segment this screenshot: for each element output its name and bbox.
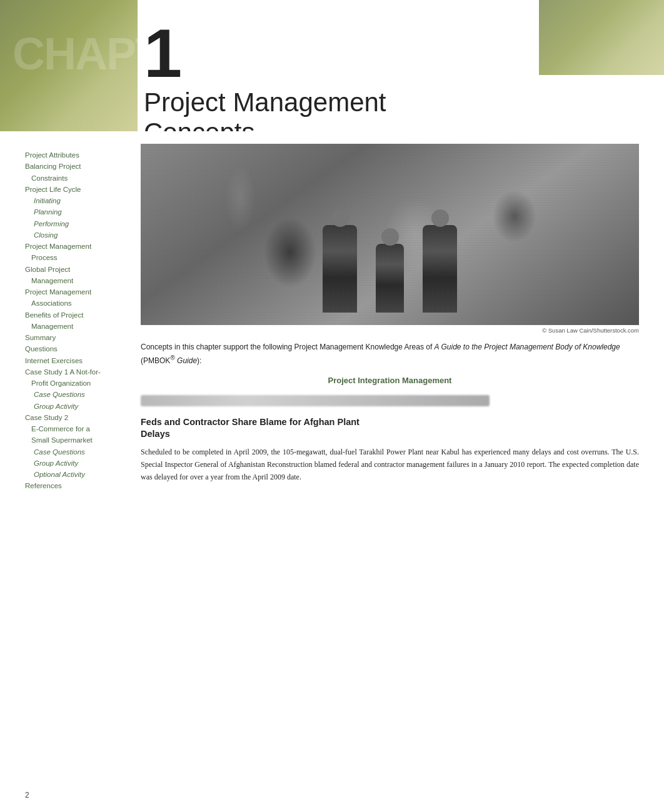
sidebar-item-questions[interactable]: Questions xyxy=(25,344,122,354)
intro-text-part1: Concepts in this chapter support the fol… xyxy=(141,343,435,351)
sidebar-item-initiating[interactable]: Initiating xyxy=(34,196,122,206)
sidebar-item-summary[interactable]: Summary xyxy=(25,333,122,343)
main-content: Project Attributes Balancing Project Con… xyxy=(0,131,664,518)
sidebar-item-closing[interactable]: Closing xyxy=(34,230,122,241)
redacted-content-bar xyxy=(141,395,490,406)
sidebar-item-project-attributes[interactable]: Project Attributes xyxy=(25,150,122,161)
sidebar-toc: Project Attributes Balancing Project Con… xyxy=(25,144,134,493)
sidebar-item-performing[interactable]: Performing xyxy=(34,219,122,229)
chapter-title-line2: Concepts xyxy=(144,118,386,131)
sidebar-item-pm-assoc-line2[interactable]: Associations xyxy=(31,298,122,309)
registered-symbol: ® xyxy=(170,354,174,361)
sidebar-item-pm-assoc-line1[interactable]: Project Management xyxy=(25,287,122,298)
sidebar-item-case-study-1-line1[interactable]: Case Study 1 A Not-for- xyxy=(25,367,122,378)
article-title-line2: Delays xyxy=(141,429,170,439)
sidebar-item-case-questions-2[interactable]: Case Questions xyxy=(34,447,122,458)
intro-close-paren: ): xyxy=(197,356,201,365)
sidebar-item-internet-exercises[interactable]: Internet Exercises xyxy=(25,356,122,366)
sidebar-item-optional-activity[interactable]: Optional Activity xyxy=(34,469,122,480)
content-area: © Susan Law Cain/Shutterstock.com Concep… xyxy=(134,144,639,493)
chapter-word-overlay: CHAPTER xyxy=(13,31,221,76)
article-title: Feds and Contractor Share Blame for Afgh… xyxy=(141,416,639,440)
photo-container: © Susan Law Cain/Shutterstock.com xyxy=(141,144,639,334)
intro-italic: A Guide to the Project Management Body o… xyxy=(435,343,620,351)
article-body: Scheduled to be completed in April 2009,… xyxy=(141,446,639,483)
sidebar-item-references[interactable]: References xyxy=(25,481,122,491)
sidebar-item-pm-process-line1[interactable]: Project Management xyxy=(25,241,122,252)
sidebar-item-planning[interactable]: Planning xyxy=(34,207,122,218)
chapter-header: CHAPTER 1 Project Management Concepts xyxy=(0,0,664,131)
header-bg-right xyxy=(539,0,664,75)
sidebar-item-global-pm-line2[interactable]: Management xyxy=(31,276,122,286)
sidebar-item-constraints[interactable]: Constraints xyxy=(31,173,122,184)
chapter-photo xyxy=(141,144,639,325)
chapter-title: Project Management Concepts xyxy=(144,88,386,131)
photo-caption: © Susan Law Cain/Shutterstock.com xyxy=(141,327,639,334)
sidebar-item-ecommerce-line1[interactable]: E-Commerce for a xyxy=(31,424,122,434)
sidebar-item-project-life-cycle[interactable]: Project Life Cycle xyxy=(25,184,122,195)
figure-person-1 xyxy=(323,225,357,313)
sidebar-item-group-activity-2[interactable]: Group Activity xyxy=(34,458,122,469)
sidebar-item-benefits-line2[interactable]: Management xyxy=(31,321,122,332)
figure-person-3 xyxy=(423,225,457,313)
chapter-number: 1 xyxy=(144,19,182,88)
intro-paren: (PMBOK xyxy=(141,356,170,365)
integration-heading: Project Integration Management xyxy=(141,376,639,385)
intro-registered: ® xyxy=(170,356,174,365)
chapter-title-line1: Project Management xyxy=(144,88,386,117)
page-number: 2 xyxy=(25,791,29,799)
sidebar-item-case-study-1-line2[interactable]: Profit Organization xyxy=(31,378,122,389)
sidebar-item-balancing-project[interactable]: Balancing Project xyxy=(25,161,122,172)
intro-paragraph: Concepts in this chapter support the fol… xyxy=(141,341,639,367)
sidebar-item-ecommerce-line2[interactable]: Small Supermarket xyxy=(31,435,122,446)
sidebar-item-pm-process-line2[interactable]: Process xyxy=(31,253,122,263)
sidebar-item-case-study-2-title[interactable]: Case Study 2 xyxy=(25,413,122,423)
sidebar-item-benefits-line1[interactable]: Benefits of Project xyxy=(25,310,122,321)
sidebar-item-case-questions-1[interactable]: Case Questions xyxy=(34,389,122,400)
sidebar-item-group-activity-1[interactable]: Group Activity xyxy=(34,401,122,412)
figure-person-2 xyxy=(376,244,404,313)
sidebar-item-global-pm-line1[interactable]: Global Project xyxy=(25,264,122,275)
article-title-line1: Feds and Contractor Share Blame for Afgh… xyxy=(141,417,360,427)
photo-figures xyxy=(141,144,639,325)
intro-guide: Guide xyxy=(175,356,197,365)
